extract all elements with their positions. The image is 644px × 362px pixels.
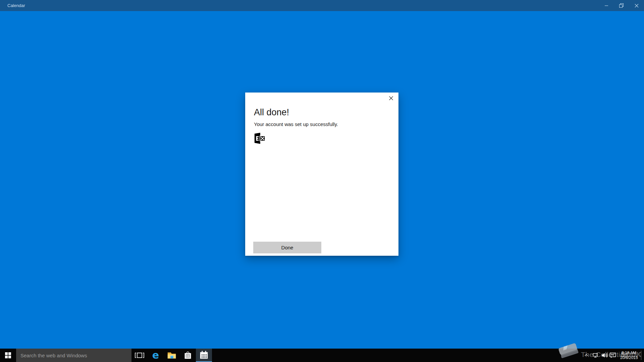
- window-controls: [599, 0, 644, 11]
- dialog-title: All done!: [254, 107, 289, 118]
- restore-button[interactable]: [614, 0, 629, 11]
- dialog-subtitle: Your account was set up successfully.: [254, 121, 338, 127]
- show-desktop-button[interactable]: [641, 349, 644, 362]
- edge-button[interactable]: e: [148, 349, 164, 362]
- window-title: Calendar: [7, 0, 25, 11]
- clock-time: 8:18 AM: [622, 351, 636, 355]
- clock-date: 10/6/2015: [620, 355, 638, 360]
- dialog-close-button[interactable]: [386, 94, 396, 103]
- start-button[interactable]: [0, 349, 16, 362]
- shopping-bag-icon: [183, 350, 193, 360]
- task-view-button[interactable]: [131, 349, 148, 362]
- taskbar-search: [16, 349, 131, 362]
- action-center-icon: [609, 352, 616, 359]
- file-explorer-button[interactable]: [164, 349, 180, 362]
- exchange-icon: [253, 132, 266, 145]
- edge-e-icon: e: [152, 350, 159, 360]
- network-icon: [592, 352, 599, 359]
- calendar-icon: [199, 350, 209, 360]
- titlebar: Calendar: [0, 0, 644, 11]
- task-view-icon: [135, 350, 145, 360]
- network-button[interactable]: [591, 349, 600, 362]
- done-button[interactable]: Done: [253, 242, 321, 253]
- x-icon: [389, 96, 393, 101]
- calendar-button-active[interactable]: [196, 349, 212, 362]
- folder-icon: [167, 350, 177, 360]
- clock[interactable]: 8:18 AM 10/6/2015: [618, 349, 640, 362]
- account-setup-done-dialog: All done! Your account was set up succes…: [245, 93, 398, 256]
- minimize-icon: [604, 4, 608, 8]
- search-input[interactable]: [16, 349, 131, 362]
- chevron-up-icon: [584, 353, 589, 358]
- action-center-button[interactable]: [608, 349, 617, 362]
- close-icon: [635, 4, 639, 8]
- minimize-button[interactable]: [599, 0, 614, 11]
- volume-button[interactable]: [600, 349, 608, 362]
- windows-logo-icon: [5, 352, 11, 358]
- close-button[interactable]: [629, 0, 644, 11]
- restore-icon: [619, 3, 624, 8]
- taskbar: e: [0, 349, 644, 362]
- store-button[interactable]: [180, 349, 196, 362]
- volume-icon: [601, 352, 608, 359]
- hidden-icons-button[interactable]: [583, 349, 590, 362]
